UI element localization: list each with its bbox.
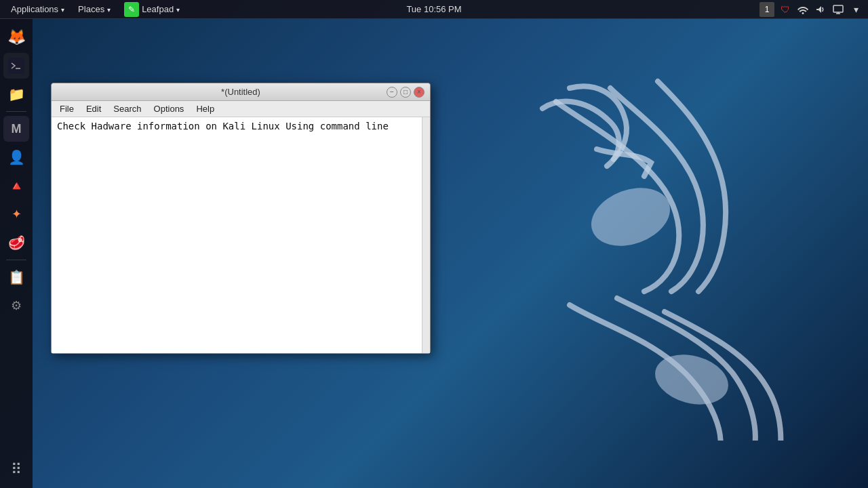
leafpad-menu[interactable]: ✎ Leafpad	[119, 1, 185, 18]
sidebar-item-firefox[interactable]: 🦊	[3, 24, 29, 50]
leafpad-window: *(Untitled) − □ × File Edit Search Optio…	[51, 83, 431, 354]
sidebar-item-terminal[interactable]	[3, 53, 29, 79]
network-tray-icon[interactable]	[796, 3, 810, 16]
svg-rect-3	[8, 58, 24, 74]
dock-separator-2	[6, 260, 26, 260]
svg-rect-2	[833, 5, 843, 12]
taskbar-left: Applications Places ✎ Leafpad	[5, 1, 185, 18]
sidebar-dock: 🦊 📁 M 👤 🔺 ✦ 🥩 📋 ⚙ ⠿	[0, 19, 33, 488]
leafpad-chevron	[176, 4, 180, 14]
menu-file[interactable]: File	[54, 102, 79, 115]
sidebar-item-metasploit[interactable]: M	[3, 116, 29, 142]
sidebar-item-avatar[interactable]: 👤	[3, 144, 29, 170]
workspace-indicator[interactable]: 1	[760, 2, 774, 17]
vertical-scrollbar[interactable]	[422, 117, 430, 353]
security-tray-icon[interactable]: 🛡	[778, 3, 792, 16]
taskbar-right: 1 🛡 ▾	[760, 2, 863, 17]
window-minimize-button[interactable]: −	[387, 87, 397, 98]
window-titlebar: *(Untitled) − □ ×	[52, 83, 430, 101]
applications-label: Applications	[11, 4, 58, 14]
dock-separator-1	[6, 111, 26, 112]
window-title: *(Untitled)	[221, 87, 260, 97]
menu-options[interactable]: Options	[149, 102, 190, 115]
sidebar-item-sysinfo[interactable]: ⚙	[3, 293, 29, 319]
desktop: Applications Places ✎ Leafpad Tue 10:56 …	[0, 0, 868, 488]
leafpad-label: Leafpad	[142, 4, 174, 14]
datetime-display: Tue 10:56 PM	[406, 4, 461, 14]
menu-search[interactable]: Search	[108, 102, 146, 115]
applications-chevron	[61, 4, 64, 14]
applications-menu[interactable]: Applications	[5, 3, 70, 16]
window-controls: − □ ×	[387, 87, 425, 98]
window-close-button[interactable]: ×	[414, 87, 425, 98]
datetime-text: Tue 10:56 PM	[406, 4, 461, 14]
leafpad-icon: ✎	[124, 2, 139, 17]
sidebar-item-apps-grid[interactable]: ⠿	[3, 457, 29, 483]
menu-help[interactable]: Help	[191, 102, 220, 115]
sidebar-item-notes[interactable]: 📋	[3, 264, 29, 290]
display-tray-icon[interactable]	[831, 3, 845, 16]
workspace-number: 1	[765, 5, 770, 14]
window-maximize-button[interactable]: □	[400, 87, 411, 98]
kali-dragon-bg	[434, 68, 827, 441]
menu-edit[interactable]: Edit	[81, 102, 106, 115]
sidebar-item-burp[interactable]: 🔺	[3, 173, 29, 199]
places-label: Places	[78, 4, 104, 14]
sidebar-item-maltego[interactable]: ✦	[3, 201, 29, 227]
settings-tray-icon[interactable]: ▾	[849, 3, 863, 16]
sidebar-item-beef[interactable]: 🥩	[3, 230, 29, 256]
taskbar: Applications Places ✎ Leafpad Tue 10:56 …	[0, 0, 868, 19]
editor-textarea[interactable]: Check Hadware information on Kali Linux …	[52, 117, 430, 353]
sidebar-item-files[interactable]: 📁	[3, 81, 29, 107]
places-menu[interactable]: Places	[73, 3, 116, 16]
window-menubar: File Edit Search Options Help	[52, 101, 430, 117]
window-content: Check Hadware information on Kali Linux …	[52, 117, 430, 353]
sound-tray-icon[interactable]	[814, 3, 827, 16]
places-chevron	[107, 4, 111, 14]
